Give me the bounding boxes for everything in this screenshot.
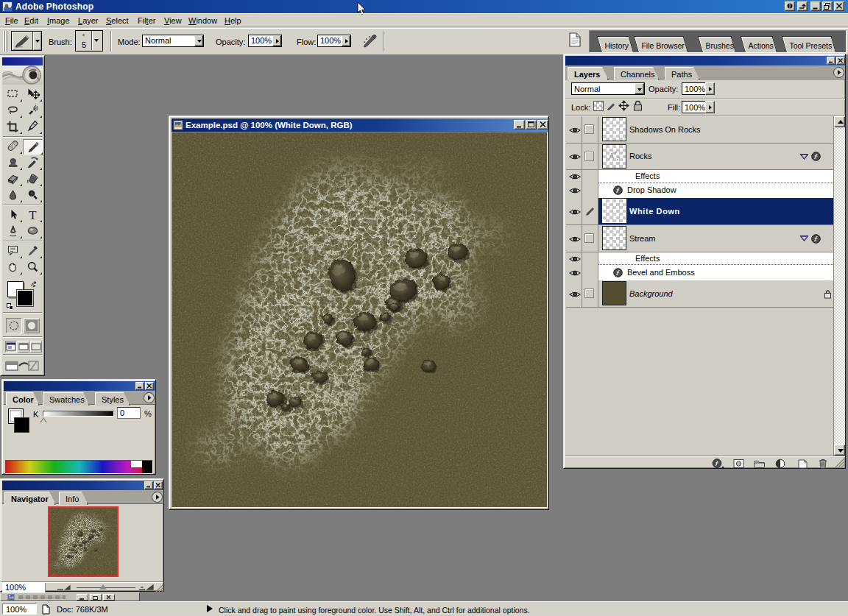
svg-text:T: T: [29, 208, 37, 222]
